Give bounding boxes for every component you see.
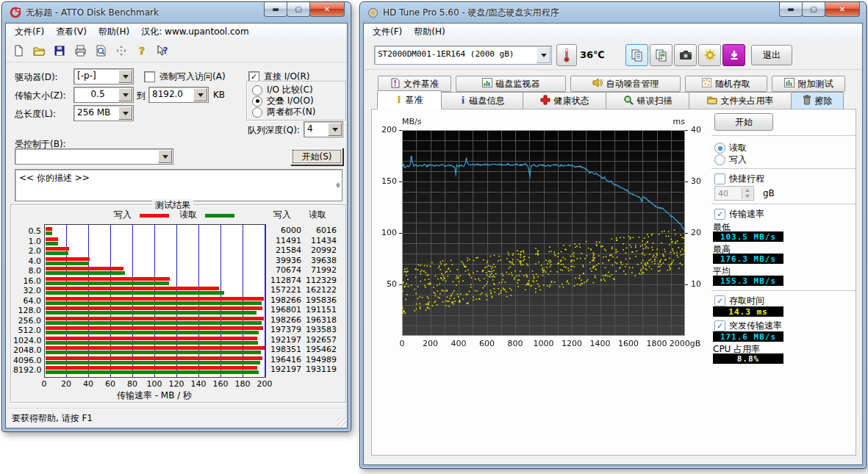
tab-health[interactable]: 健康状态	[523, 92, 606, 109]
short-stroke-checkbox[interactable]	[714, 173, 725, 184]
scroll-down-icon[interactable]	[336, 188, 340, 198]
minimize-button[interactable]: ▬	[779, 2, 803, 17]
result-row-label: 8192.0	[13, 365, 41, 375]
transfer-to-arrow[interactable]	[193, 88, 207, 101]
read-radio[interactable]	[714, 143, 725, 154]
force-write-row[interactable]: 强制写入访问(A)	[144, 71, 226, 83]
overlapped-io-radio[interactable]	[252, 96, 262, 107]
write-option[interactable]: 写入	[714, 154, 747, 166]
burst-rate-option[interactable]: ✓ 突发传输速率	[714, 320, 782, 332]
save-floppy-icon	[54, 45, 65, 57]
print-button[interactable]	[71, 42, 90, 60]
tab-row-top: !文件基准磁盘监视器自动噪音管理随机存取附加测试	[378, 76, 845, 92]
tab-error-scan[interactable]: 错误扫描	[606, 92, 689, 109]
controlled-by-select[interactable]	[15, 148, 173, 165]
burst-rate-checkbox[interactable]: ✓	[714, 320, 725, 331]
transfer-rate-option[interactable]: ✓ 传输速率	[714, 208, 764, 220]
tab-extra-tests[interactable]: 附加测试	[772, 76, 845, 92]
drive-select-arrow[interactable]	[118, 70, 132, 83]
total-length-arrow[interactable]	[118, 107, 132, 120]
legend-read-swatch	[205, 214, 234, 218]
write-column-header: 写入	[273, 209, 291, 221]
spinner-arrows[interactable]	[742, 187, 753, 199]
copy-text-button[interactable]	[625, 44, 648, 66]
total-length-select[interactable]: 256 MB	[73, 105, 134, 121]
tab-erase[interactable]: 擦除	[791, 92, 844, 109]
separator	[711, 168, 856, 169]
read-value: 20992	[298, 245, 337, 255]
disk-info-icon: i	[460, 95, 466, 107]
exit-button[interactable]: 退出	[751, 45, 792, 65]
controlled-by-arrow[interactable]	[158, 150, 172, 163]
resize-grip[interactable]	[337, 417, 346, 427]
queue-depth-select[interactable]: 4	[304, 121, 343, 137]
close-button[interactable]: ✕	[825, 2, 860, 17]
tab-random-access[interactable]: 随机存取	[685, 76, 767, 92]
temperature-button[interactable]	[556, 44, 577, 66]
tab-folder-usage[interactable]: 文件夹占用率	[689, 92, 792, 109]
transfer-size-label: 传输大小(Z):	[15, 90, 66, 102]
pan-button[interactable]	[112, 42, 131, 60]
transfer-from-arrow[interactable]	[118, 88, 132, 101]
write-value: 21584	[263, 245, 301, 255]
transfer-rate-checkbox[interactable]: ✓	[714, 209, 725, 220]
read-value: 192657	[298, 335, 337, 345]
settings-gear-icon	[703, 49, 717, 62]
tab-disk-monitor[interactable]: 磁盘监视器	[456, 76, 566, 92]
close-button[interactable]: ✕	[309, 2, 345, 17]
screenshot-button[interactable]	[674, 44, 697, 66]
neither-radio[interactable]	[252, 107, 262, 118]
maximize-button[interactable]: ▢	[287, 2, 310, 17]
force-write-checkbox[interactable]	[144, 71, 155, 82]
menu-file[interactable]: 文件(F)	[367, 24, 408, 40]
access-time-checkbox[interactable]: ✓	[714, 295, 725, 306]
start-button[interactable]: 开始(S)	[290, 148, 343, 165]
legend-write-swatch	[140, 214, 169, 218]
scroll-up-icon[interactable]	[336, 172, 340, 182]
new-file-button[interactable]	[9, 42, 28, 60]
drive-select[interactable]: [-p-]	[73, 68, 134, 85]
write-value: 112874	[263, 276, 301, 285]
maximize-button[interactable]: ▢	[802, 2, 825, 17]
read-value: 71992	[298, 265, 337, 275]
short-stroke-option[interactable]: 快捷行程	[714, 173, 764, 185]
help-button[interactable]: ?	[132, 42, 151, 60]
short-stroke-size-spinner[interactable]: 40	[714, 186, 754, 201]
save-button[interactable]	[50, 42, 69, 60]
access-time-option[interactable]: ✓ 存取时间	[714, 295, 764, 307]
result-row-label: 128.0	[13, 306, 41, 315]
hdtune-window: HD Tune Pro 5.60 - 硬盘/固态硬盘实用程序 ▬ ▢ ✕ 文件(…	[359, 1, 867, 469]
io-compare-radio[interactable]	[252, 85, 262, 96]
menu-help[interactable]: 帮助(H)	[93, 24, 135, 40]
save-results-button[interactable]	[722, 44, 745, 66]
transfer-to-select[interactable]: 8192.0	[148, 87, 209, 103]
write-radio[interactable]	[714, 154, 725, 165]
tab-disk-info[interactable]: i磁盘信息	[441, 92, 523, 109]
write-value: 157221	[263, 285, 301, 295]
benchmark-start-button[interactable]: 开始	[714, 113, 773, 131]
drive-select[interactable]: ST2000DM001-1ER164 (2000 gB)	[374, 46, 552, 65]
tab-benchmark[interactable]: !基准	[377, 90, 442, 109]
open-file-button[interactable]	[29, 42, 49, 60]
minimize-button[interactable]: ▬	[264, 2, 287, 17]
drive-select-value: [-p-]	[77, 71, 118, 81]
read-option[interactable]: 读取	[714, 142, 747, 154]
x-axis-ticks: 020406080100120140160180200	[44, 379, 266, 389]
read-bar	[46, 291, 224, 295]
description-box[interactable]: << 你的描述 >>	[15, 169, 342, 201]
neither-option[interactable]: 两者都不(N)	[252, 106, 315, 118]
menu-file[interactable]: 文件(F)	[9, 24, 50, 40]
menu-view[interactable]: 查看(V)	[50, 24, 93, 40]
transfer-from-select[interactable]: 0.5	[73, 87, 134, 103]
drive-select-arrow[interactable]	[537, 47, 550, 63]
tab-noise-management[interactable]: 自动噪音管理	[570, 76, 681, 92]
settings-button[interactable]	[698, 44, 721, 66]
print-preview-button[interactable]	[91, 42, 110, 60]
queue-depth-arrow[interactable]	[328, 123, 342, 136]
menu-help[interactable]: 帮助(H)	[408, 24, 451, 40]
tab-file-benchmark[interactable]: !文件基准	[378, 76, 451, 92]
folder-usage-icon	[707, 96, 717, 107]
context-help-button[interactable]: ?	[153, 42, 172, 60]
svg-text:!: !	[393, 79, 397, 87]
copy-image-button[interactable]	[650, 44, 672, 66]
